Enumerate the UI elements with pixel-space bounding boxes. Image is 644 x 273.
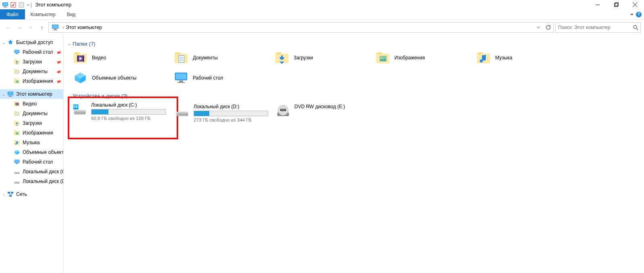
svg-rect-41 <box>15 160 19 162</box>
group-header-folders[interactable]: ⌄ Папки (7) <box>68 41 640 47</box>
tree-this-pc[interactable]: ⌄ Этот компьютер <box>0 89 63 99</box>
svg-point-15 <box>634 25 637 29</box>
tree-label: Видео <box>23 101 37 107</box>
svg-rect-18 <box>15 50 19 52</box>
group-count: (7) <box>89 41 96 47</box>
tree-network[interactable]: › Сеть <box>0 189 63 199</box>
maximize-button[interactable] <box>607 0 625 9</box>
svg-rect-65 <box>177 82 185 83</box>
minimize-button[interactable] <box>588 0 607 9</box>
drive-icon <box>14 178 20 185</box>
drive-subtext: 273 ГБ свободно из 344 ГБ <box>194 118 273 122</box>
content-pane: ⌄ Папки (7) ВидеоДокументыЗагрузкиИзобра… <box>64 35 644 273</box>
chevron-down-icon: ⌄ <box>68 94 71 98</box>
up-button[interactable]: ↑ <box>37 23 47 32</box>
tree-pc-item[interactable]: Локальный диск (C <box>0 167 63 176</box>
svg-point-68 <box>83 113 85 114</box>
pictures-icon <box>375 50 390 65</box>
tree-label: Загрузки <box>23 59 42 65</box>
window-title: Этот компьютер <box>35 2 71 8</box>
tree-pc-item[interactable]: Видео <box>0 99 63 109</box>
svg-rect-30 <box>8 97 13 97</box>
folder-item[interactable]: Объемные объекты <box>73 70 173 86</box>
folder-item[interactable]: Рабочий стол <box>173 70 274 86</box>
ribbon-collapse-icon[interactable] <box>630 14 634 15</box>
svg-rect-72 <box>177 112 188 113</box>
drive-item[interactable]: DVDDVD RW дисковод (E:) <box>274 102 375 134</box>
drive-c-icon <box>73 102 87 117</box>
folder-item[interactable]: Музыка <box>476 50 577 65</box>
tab-computer[interactable]: Компьютер <box>25 9 61 19</box>
pictures-icon <box>14 78 20 84</box>
svg-rect-50 <box>8 192 10 193</box>
tree-quick-item[interactable]: Рабочий стол📌 <box>0 47 63 57</box>
back-button[interactable]: ← <box>3 23 13 32</box>
svg-point-26 <box>16 81 17 82</box>
breadcrumb-separator[interactable]: › <box>63 25 64 30</box>
tree-pc-item[interactable]: Изображения <box>0 128 63 138</box>
svg-rect-20 <box>15 54 19 54</box>
tree-pc-item[interactable]: Загрузки <box>0 118 63 128</box>
drive-item[interactable]: Локальный диск (C:)92,8 ГБ свободно из 1… <box>70 99 176 137</box>
svg-rect-42 <box>16 163 18 164</box>
tree-pc-item[interactable]: Музыка <box>0 138 63 147</box>
svg-rect-4 <box>11 2 16 7</box>
qat-new-folder-icon[interactable] <box>18 1 25 8</box>
tree-label: Этот компьютер <box>16 91 52 97</box>
navigation-bar: ← → ↑ › Этот компьютер <box>0 20 644 35</box>
folder-label: Объемные объекты <box>92 75 136 81</box>
svg-rect-43 <box>15 164 19 164</box>
svg-rect-13 <box>54 29 56 30</box>
tree-pc-item[interactable]: Локальный диск (D <box>0 176 63 186</box>
computer-icon <box>51 23 59 32</box>
group-title: Папки <box>73 41 88 47</box>
qat-dropdown-icon[interactable] <box>27 2 30 8</box>
close-button[interactable] <box>625 0 644 9</box>
chevron-down-icon: ⌄ <box>68 42 71 46</box>
folder-item[interactable]: Документы <box>173 50 274 65</box>
tree-quick-item[interactable]: Изображения📌 <box>0 76 63 86</box>
tree-quick-item[interactable]: Документы📌 <box>0 67 63 76</box>
tree-pc-item[interactable]: Объемные объекты <box>0 147 63 157</box>
search-input[interactable] <box>556 25 631 30</box>
svg-rect-55 <box>83 55 84 61</box>
ribbon: Файл Компьютер Вид ? <box>0 9 644 20</box>
tree-pc-item[interactable]: Рабочий стол <box>0 157 63 167</box>
tree-label: Загрузки <box>23 120 42 126</box>
folder-item[interactable]: Видео <box>73 50 173 65</box>
search-icon[interactable] <box>631 23 640 32</box>
expand-icon[interactable]: ⌄ <box>2 92 6 97</box>
dvd-icon: DVD <box>276 104 290 118</box>
address-dropdown-icon[interactable] <box>534 23 543 32</box>
breadcrumb[interactable]: Этот компьютер <box>66 25 102 30</box>
qat-properties-icon[interactable] <box>10 1 17 8</box>
folder-item[interactable]: Изображения <box>375 50 476 65</box>
address-bar[interactable]: › Этот компьютер <box>48 22 554 33</box>
tree-label: Быстрый доступ <box>16 40 53 45</box>
tree-label: Рабочий стол <box>23 159 53 165</box>
separator: | <box>31 2 32 8</box>
drive-item[interactable]: Локальный диск (D:)273 ГБ свободно из 34… <box>173 102 274 134</box>
refresh-button[interactable] <box>544 23 552 32</box>
forward-button[interactable]: → <box>15 23 24 32</box>
folder-item[interactable]: Загрузки <box>274 50 375 65</box>
svg-rect-2 <box>4 6 6 7</box>
tree-quick-access[interactable]: ⌄ Быстрый доступ <box>0 38 63 47</box>
expand-icon[interactable]: › <box>2 192 6 197</box>
search-box[interactable] <box>555 22 641 33</box>
recent-dropdown[interactable] <box>26 23 35 32</box>
expand-icon[interactable]: ⌄ <box>2 40 6 45</box>
svg-rect-7 <box>614 4 617 7</box>
tree-quick-item[interactable]: Загрузки📌 <box>0 57 63 67</box>
group-header-drives[interactable]: ⌄ Устройства и диски (3) <box>68 93 640 99</box>
tab-view[interactable]: Вид <box>61 9 81 19</box>
folder-label: Рабочий стол <box>193 75 223 81</box>
folder-label: Загрузки <box>294 55 313 61</box>
svg-rect-54 <box>77 55 78 61</box>
drive-usage-bar <box>194 111 268 116</box>
svg-rect-5 <box>19 2 24 7</box>
title-bar: | Этот компьютер <box>0 0 644 9</box>
tree-pc-item[interactable]: Документы <box>0 109 63 118</box>
help-icon[interactable]: ? <box>636 12 642 17</box>
file-tab[interactable]: Файл <box>0 9 25 19</box>
